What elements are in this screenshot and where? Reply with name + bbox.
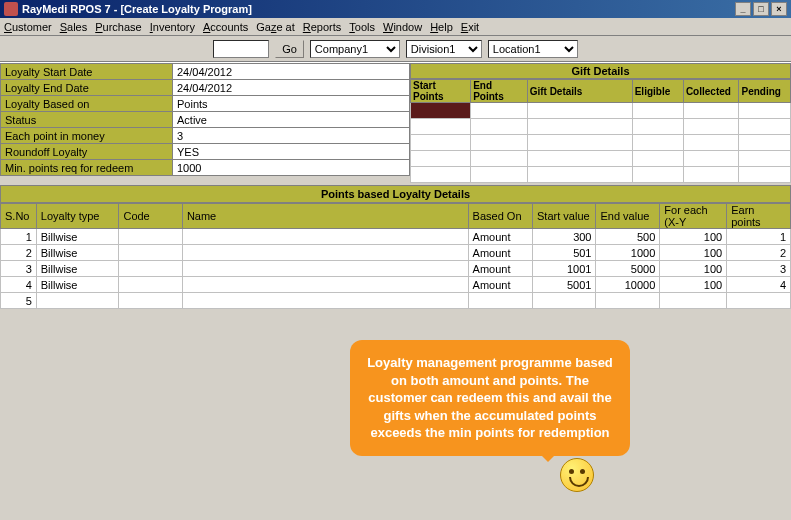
menu-window[interactable]: Window [383,21,422,33]
menubar: Customer Sales Purchase Inventory Accoun… [0,18,791,36]
pbl-table[interactable]: S.NoLoyalty typeCodeNameBased OnStart va… [0,203,791,309]
form-label: Loyalty Based on [1,96,173,112]
gift-cell[interactable] [683,167,739,183]
close-button[interactable]: × [771,2,787,16]
maximize-button[interactable]: □ [753,2,769,16]
smiley-icon [560,458,594,492]
gift-cell[interactable] [632,167,683,183]
gift-cell[interactable] [411,103,471,119]
gift-details-panel: Gift Details Start PointsEnd PointsGift … [410,63,791,183]
gift-cell[interactable] [411,167,471,183]
gift-col: Collected [683,80,739,103]
menu-sales[interactable]: Sales [60,21,88,33]
form-label: Loyalty Start Date [1,64,173,80]
pbl-col: For each (X-Y [660,204,727,229]
menu-reports[interactable]: Reports [303,21,342,33]
pbl-title: Points based Loyalty Details [0,185,791,203]
pbl-col: Earn points [727,204,791,229]
form-label: Loyalty End Date [1,80,173,96]
form-label: Status [1,112,173,128]
pbl-col: End value [596,204,660,229]
info-callout: Loyalty management programme based on bo… [350,340,630,456]
gift-cell[interactable] [739,103,791,119]
gift-cell[interactable] [527,119,632,135]
gift-col: Start Points [411,80,471,103]
menu-tools[interactable]: Tools [349,21,375,33]
form-value[interactable]: 1000 [173,160,410,176]
gift-details-table[interactable]: Start PointsEnd PointsGift DetailsEligib… [410,79,791,183]
gift-col: End Points [471,80,527,103]
table-row[interactable]: 5 [1,293,791,309]
pbl-col: Based On [468,204,532,229]
company-select[interactable]: Company1 [310,40,400,58]
division-select[interactable]: Division1 [406,40,482,58]
form-label: Each point in money [1,128,173,144]
gift-cell[interactable] [683,151,739,167]
form-value[interactable]: 24/04/2012 [173,80,410,96]
gift-cell[interactable] [471,167,527,183]
gift-cell[interactable] [471,135,527,151]
gift-cell[interactable] [739,151,791,167]
gift-cell[interactable] [739,135,791,151]
gift-cell[interactable] [683,119,739,135]
loyalty-form: Loyalty Start Date24/04/2012Loyalty End … [0,63,410,183]
gift-col: Pending [739,80,791,103]
form-label: Roundoff Loyalty [1,144,173,160]
form-value[interactable]: Active [173,112,410,128]
app-icon [4,2,18,16]
gift-cell[interactable] [471,119,527,135]
pbl-col: Start value [533,204,596,229]
gift-cell[interactable] [683,135,739,151]
table-row[interactable]: 4Billwise Amount500110000 1004 [1,277,791,293]
gift-cell[interactable] [632,119,683,135]
table-row[interactable]: 1Billwise Amount300500 1001 [1,229,791,245]
pbl-col: S.No [1,204,37,229]
table-row[interactable]: 2Billwise Amount5011000 1002 [1,245,791,261]
gift-cell[interactable] [527,103,632,119]
pbl-col: Loyalty type [36,204,119,229]
pbl-col: Code [119,204,182,229]
toolbar: Go Company1 Division1 Location1 [0,36,791,62]
table-row[interactable]: 3Billwise Amount10015000 1003 [1,261,791,277]
gift-cell[interactable] [527,135,632,151]
gift-cell[interactable] [632,103,683,119]
gift-details-title: Gift Details [410,63,791,79]
gift-cell[interactable] [471,103,527,119]
menu-customer[interactable]: Customer [4,21,52,33]
form-value[interactable]: YES [173,144,410,160]
gift-cell[interactable] [411,151,471,167]
titlebar: RayMedi RPOS 7 - [Create Loyalty Program… [0,0,791,18]
gift-cell[interactable] [411,119,471,135]
gift-col: Eligible [632,80,683,103]
form-value[interactable]: 3 [173,128,410,144]
gift-cell[interactable] [632,135,683,151]
gift-cell[interactable] [527,167,632,183]
menu-gazeat[interactable]: Gaze at [256,21,295,33]
window-title: RayMedi RPOS 7 - [Create Loyalty Program… [22,3,252,15]
form-label: Min. points req for redeem [1,160,173,176]
menu-inventory[interactable]: Inventory [150,21,195,33]
gift-cell[interactable] [739,119,791,135]
menu-help[interactable]: Help [430,21,453,33]
search-input[interactable] [213,40,269,58]
menu-accounts[interactable]: Accounts [203,21,248,33]
menu-purchase[interactable]: Purchase [95,21,141,33]
minimize-button[interactable]: _ [735,2,751,16]
gift-cell[interactable] [411,135,471,151]
go-button[interactable]: Go [275,40,304,58]
pbl-col: Name [182,204,468,229]
gift-cell[interactable] [632,151,683,167]
menu-exit[interactable]: Exit [461,21,479,33]
form-value[interactable]: 24/04/2012 [173,64,410,80]
location-select[interactable]: Location1 [488,40,578,58]
gift-cell[interactable] [683,103,739,119]
form-value[interactable]: Points [173,96,410,112]
gift-cell[interactable] [527,151,632,167]
gift-col: Gift Details [527,80,632,103]
gift-cell[interactable] [471,151,527,167]
gift-cell[interactable] [739,167,791,183]
